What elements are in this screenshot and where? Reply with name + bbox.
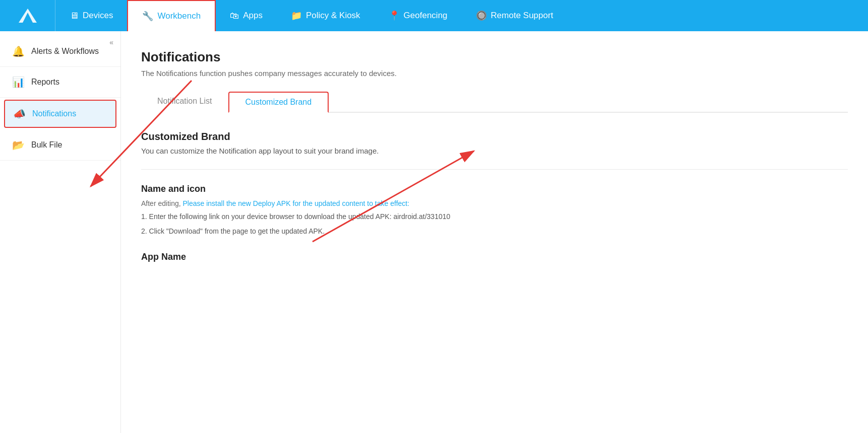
sidebar: « 🔔 Alerts & Workflows 📊 Reports 📣 Notif… [0, 31, 121, 433]
reports-icon: 📊 [12, 76, 24, 88]
sidebar-item-bulk-file[interactable]: 📂 Bulk File [0, 130, 120, 161]
step-2-text: 2. Click "Download" from the page to get… [141, 225, 848, 238]
step-1-text: 1. Enter the following link on your devi… [141, 210, 848, 223]
sidebar-label-notifications: Notifications [32, 109, 76, 118]
devices-icon: 🖥 [70, 11, 79, 21]
deploy-apk-link[interactable]: Please install the new Deploy APK for th… [183, 199, 410, 207]
nav-item-apps[interactable]: 🛍 Apps [216, 0, 277, 31]
tab-customized-brand[interactable]: Customized Brand [228, 92, 329, 113]
tab-notification-list[interactable]: Notification List [141, 92, 228, 113]
app-name-label: App Name [141, 252, 848, 262]
geofencing-icon: 📍 [389, 10, 400, 21]
tab-customized-brand-label: Customized Brand [245, 98, 312, 106]
page-subtitle: The Notifications function pushes compan… [141, 69, 848, 78]
bulk-file-icon: 📂 [12, 139, 24, 151]
airdroid-logo [16, 6, 40, 26]
sidebar-item-reports[interactable]: 📊 Reports [0, 67, 120, 98]
nav-item-remote-support[interactable]: 🔘 Remote Support [462, 0, 568, 31]
sidebar-menu: 🔔 Alerts & Workflows 📊 Reports 📣 Notific… [0, 31, 120, 161]
sidebar-label-reports: Reports [31, 78, 59, 87]
customized-brand-section: Customized Brand You can customize the N… [141, 131, 848, 262]
after-editing-prefix: After editing, [141, 199, 183, 207]
workbench-icon: 🔧 [142, 11, 153, 22]
nav-label-apps: Apps [243, 11, 263, 21]
apps-icon: 🛍 [230, 11, 239, 21]
nav-item-policy-kiosk[interactable]: 📁 Policy & Kiosk [277, 0, 375, 31]
logo-area[interactable] [0, 0, 55, 31]
divider-1 [141, 169, 848, 170]
nav-label-workbench: Workbench [157, 11, 201, 21]
sidebar-item-notifications[interactable]: 📣 Notifications [4, 100, 116, 128]
nav-item-geofencing[interactable]: 📍 Geofencing [375, 0, 462, 31]
nav-label-remote-support: Remote Support [491, 11, 553, 21]
tab-notification-list-label: Notification List [157, 97, 212, 105]
top-navigation: 🖥 Devices 🔧 Workbench 🛍 Apps 📁 Policy & … [0, 0, 868, 31]
subsection-title-name-icon: Name and icon [141, 184, 848, 194]
app-layout: « 🔔 Alerts & Workflows 📊 Reports 📣 Notif… [0, 31, 868, 433]
nav-label-devices: Devices [83, 11, 113, 21]
app-name-section: App Name [141, 252, 848, 262]
sidebar-label-bulk-file: Bulk File [31, 140, 62, 150]
remote-support-icon: 🔘 [476, 10, 487, 21]
nav-items: 🖥 Devices 🔧 Workbench 🛍 Apps 📁 Policy & … [55, 0, 868, 31]
section-title-customized-brand: Customized Brand [141, 131, 848, 142]
alerts-workflows-icon: 🔔 [12, 45, 24, 57]
nav-label-policy-kiosk: Policy & Kiosk [306, 11, 360, 21]
nav-label-geofencing: Geofencing [404, 11, 448, 21]
info-text-after-editing: After editing, Please install the new De… [141, 199, 848, 207]
collapse-icon: « [109, 38, 113, 46]
page-title: Notifications [141, 49, 848, 65]
main-content: Notifications The Notifications function… [121, 31, 868, 433]
notifications-icon: 📣 [13, 108, 25, 120]
sidebar-label-alerts-workflows: Alerts & Workflows [31, 47, 99, 56]
section-subtitle-customized-brand: You can customize the Notification app l… [141, 147, 848, 155]
policy-kiosk-icon: 📁 [291, 10, 302, 21]
nav-item-devices[interactable]: 🖥 Devices [55, 0, 127, 31]
sidebar-collapse-button[interactable]: « [109, 38, 113, 46]
sidebar-item-alerts-workflows[interactable]: 🔔 Alerts & Workflows [0, 36, 120, 67]
tabs-container: Notification List Customized Brand [141, 92, 848, 113]
nav-item-workbench[interactable]: 🔧 Workbench [127, 0, 216, 31]
